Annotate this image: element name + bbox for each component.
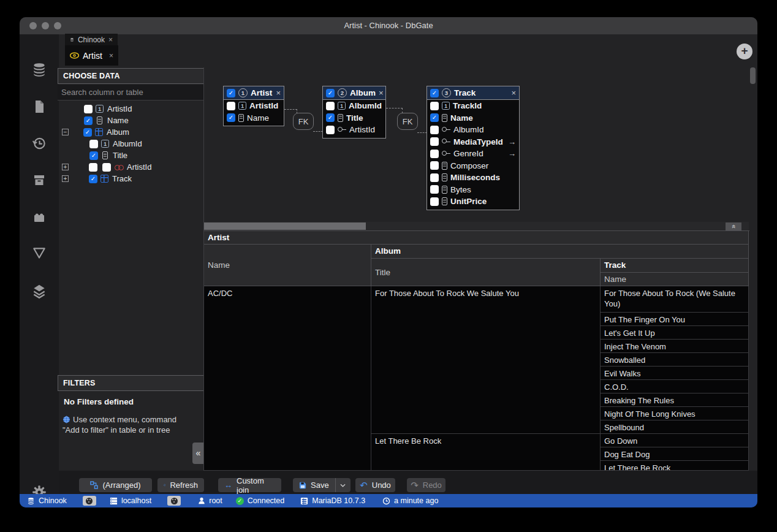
grid-cell-album[interactable]: Let There Be Rock [371, 434, 601, 471]
column-checkbox[interactable] [430, 137, 439, 146]
designer-table-header[interactable]: 1 Artist × [224, 86, 284, 100]
table-checkbox[interactable] [326, 89, 335, 97]
connection-color-badge[interactable] [167, 496, 181, 506]
column-checkbox[interactable] [430, 173, 439, 182]
database-icon[interactable] [31, 61, 48, 78]
layers-icon[interactable] [31, 283, 48, 300]
grid-cell-track[interactable]: Let's Get It Up [601, 326, 749, 340]
designer-table-album[interactable]: 2 Album × 1 AlbumId Title ArtistId [322, 86, 386, 139]
fk-join-badge[interactable]: FK [397, 113, 418, 130]
grid-cell-track[interactable]: Inject The Venom [601, 340, 749, 353]
tree-row[interactable]: 1 ArtistId [58, 103, 204, 115]
grid-group-header-artist[interactable]: Artist [204, 231, 749, 245]
designer-column-row[interactable]: AlbumId [427, 124, 519, 136]
tree-label[interactable]: Name [107, 116, 129, 125]
checkbox[interactable] [84, 105, 93, 113]
tab-close-icon[interactable]: × [109, 51, 113, 60]
tab-chinook[interactable]: Chinook × [65, 34, 118, 46]
tree-row[interactable]: Name [58, 115, 204, 126]
grid-column-header-artist-name[interactable]: Name [204, 245, 371, 286]
designer-column-row[interactable]: 1 TrackId [427, 100, 519, 112]
designer-column-row[interactable]: ArtistId [323, 124, 385, 136]
designer-table-artist[interactable]: 1 Artist × 1 ArtistId Name [223, 86, 284, 126]
tab-close-icon[interactable]: × [108, 36, 113, 44]
archive-icon[interactable] [31, 172, 48, 189]
column-checkbox[interactable] [326, 113, 335, 122]
designer-table-header[interactable]: 2 Album × [323, 86, 385, 100]
designer-column-row[interactable]: 1 AlbumId [323, 100, 385, 112]
column-checkbox[interactable] [430, 150, 439, 158]
grid-cell-track[interactable]: Night Of The Long Knives [601, 407, 749, 420]
designer-table-track[interactable]: 3 Track × 1 TrackId Name AlbumId MediaTy… [426, 86, 520, 210]
checkbox[interactable] [89, 163, 97, 172]
connection-color-badge[interactable] [83, 496, 96, 506]
fk-join-badge[interactable]: FK [293, 113, 314, 130]
expand-expander-icon[interactable]: + [62, 175, 69, 182]
column-checkbox[interactable] [430, 113, 439, 122]
tree-label[interactable]: ArtistId [107, 104, 132, 113]
checkbox[interactable] [89, 140, 98, 148]
designer-column-row[interactable]: UnitPrice [427, 196, 519, 208]
checkbox[interactable] [84, 116, 93, 125]
column-checkbox[interactable] [227, 113, 235, 122]
column-checkbox[interactable] [430, 161, 439, 170]
grid-cell-artist[interactable]: AC/DC [204, 286, 371, 471]
filter-funnel-icon[interactable] [31, 245, 48, 262]
history-icon[interactable] [31, 135, 48, 152]
book-icon[interactable] [31, 208, 48, 226]
designer-table-header[interactable]: 3 Track × [427, 86, 519, 100]
grid-group-header-album[interactable]: Album [371, 245, 749, 259]
tree-row[interactable]: 1 AlbumId [58, 138, 204, 150]
redo-button[interactable]: ↷ Redo [407, 478, 445, 492]
close-icon[interactable]: × [379, 88, 384, 97]
close-icon[interactable]: × [276, 88, 281, 97]
horizontal-scrollbar[interactable] [204, 222, 749, 230]
table-checkbox[interactable] [227, 89, 235, 97]
expand-expander-icon[interactable]: + [62, 164, 69, 170]
refresh-button[interactable]: Refresh [157, 478, 204, 492]
tab-artist[interactable]: Artist × [65, 45, 118, 66]
column-checkbox[interactable] [430, 102, 439, 110]
checkbox[interactable] [89, 175, 97, 183]
status-host[interactable]: localhost [110, 496, 151, 505]
tree-row[interactable]: − Album [58, 126, 204, 138]
fk-arrow-icon[interactable]: → [508, 149, 516, 158]
vertical-scrollbar-thumb[interactable] [750, 67, 756, 84]
tree-label[interactable]: Album [107, 127, 129, 137]
grid-column-header-track-name[interactable]: Name [601, 273, 749, 286]
tree-row[interactable]: + Track [58, 173, 204, 184]
arranged-button[interactable]: (Arranged) [79, 478, 152, 492]
status-server-version[interactable]: MariaDB 10.7.3 [300, 496, 365, 505]
add-tab-button[interactable]: + [737, 44, 752, 59]
designer-column-row[interactable]: Bytes [427, 184, 519, 196]
designer-column-row[interactable]: Milliseconds [427, 172, 519, 184]
grid-cell-track[interactable]: Put The Finger On You [601, 313, 749, 326]
search-input[interactable] [58, 85, 204, 101]
column-checkbox[interactable] [326, 126, 335, 134]
collapse-panel-button[interactable]: « [192, 443, 204, 464]
grid-cell-track[interactable]: Go Down [601, 434, 749, 447]
status-last-used[interactable]: a minute ago [382, 496, 438, 505]
designer-column-row[interactable]: Title [323, 112, 385, 124]
tree-row[interactable]: Title [58, 150, 204, 161]
status-database[interactable]: Chinook [27, 496, 67, 505]
designer-column-row[interactable]: Name [224, 112, 284, 124]
tree-label[interactable]: AlbumId [113, 139, 142, 148]
designer-column-row[interactable]: 1 ArtistId [224, 100, 284, 112]
column-checkbox[interactable] [227, 102, 235, 110]
checkbox[interactable] [89, 151, 98, 160]
fk-arrow-icon[interactable]: → [508, 137, 516, 146]
grid-cell-track[interactable]: Breaking The Rules [601, 393, 749, 407]
grid-cell-track[interactable]: C.O.D. [601, 380, 749, 393]
tree-row[interactable]: + ArtistId [58, 161, 204, 173]
checkbox[interactable] [102, 163, 111, 172]
grid-cell-track[interactable]: Spellbound [601, 420, 749, 434]
designer-column-row[interactable]: Composer [427, 160, 519, 172]
grid-group-header-track[interactable]: Track [601, 259, 749, 273]
tree-label[interactable]: Title [113, 151, 127, 160]
grid-cell-track[interactable]: Snowballed [601, 353, 749, 367]
column-checkbox[interactable] [430, 185, 439, 194]
checkbox[interactable] [83, 128, 92, 137]
designer-column-row[interactable]: GenreId → [427, 148, 519, 160]
collapse-expander-icon[interactable]: − [62, 129, 69, 135]
